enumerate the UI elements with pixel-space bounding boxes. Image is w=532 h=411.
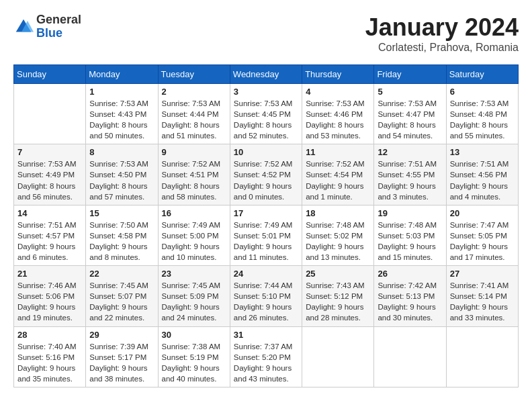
location: Corlatesti, Prahova, Romania [365,42,519,54]
day-number: 11 [306,147,370,157]
day-number: 16 [162,208,226,218]
day-number: 12 [378,147,442,157]
day-number: 26 [378,269,442,279]
logo-blue: Blue [36,27,81,40]
calendar-day: 10Sunrise: 7:52 AMSunset: 4:52 PMDayligh… [230,144,302,205]
calendar-day: 12Sunrise: 7:51 AMSunset: 4:55 PMDayligh… [374,144,446,205]
day-info: Sunrise: 7:53 AMSunset: 4:46 PMDaylight:… [306,98,370,141]
logo-general: General [36,13,81,27]
calendar-day: 4Sunrise: 7:53 AMSunset: 4:46 PMDaylight… [302,84,374,144]
day-number: 24 [234,269,298,279]
day-info: Sunrise: 7:53 AMSunset: 4:44 PMDaylight:… [162,98,226,141]
day-info: Sunrise: 7:52 AMSunset: 4:52 PMDaylight:… [234,158,298,201]
calendar-day: 25Sunrise: 7:43 AMSunset: 5:12 PMDayligh… [302,266,374,326]
calendar-day: 7Sunrise: 7:53 AMSunset: 4:49 PMDaylight… [14,144,86,205]
calendar-day: 5Sunrise: 7:53 AMSunset: 4:47 PMDaylight… [374,84,446,144]
day-header-saturday: Saturday [446,65,518,84]
day-number: 20 [450,208,515,218]
calendar-header-row: SundayMondayTuesdayWednesdayThursdayFrid… [14,65,519,84]
day-header-monday: Monday [86,65,158,84]
logo-icon [13,17,34,37]
calendar-day: 29Sunrise: 7:39 AMSunset: 5:17 PMDayligh… [86,326,158,387]
day-info: Sunrise: 7:48 AMSunset: 5:02 PMDaylight:… [306,220,370,263]
day-info: Sunrise: 7:39 AMSunset: 5:17 PMDaylight:… [89,341,154,384]
day-info: Sunrise: 7:53 AMSunset: 4:49 PMDaylight:… [17,158,82,201]
calendar-day: 1Sunrise: 7:53 AMSunset: 4:43 PMDaylight… [86,84,158,144]
day-number: 30 [162,330,226,340]
day-info: Sunrise: 7:53 AMSunset: 4:45 PMDaylight:… [234,98,298,141]
calendar-day: 8Sunrise: 7:53 AMSunset: 4:50 PMDaylight… [86,144,158,205]
calendar-day [302,326,374,387]
day-number: 6 [450,87,515,97]
calendar-day: 22Sunrise: 7:45 AMSunset: 5:07 PMDayligh… [86,266,158,326]
day-number: 7 [17,147,82,157]
calendar-day: 28Sunrise: 7:40 AMSunset: 5:16 PMDayligh… [14,326,86,387]
calendar-day: 23Sunrise: 7:45 AMSunset: 5:09 PMDayligh… [158,266,230,326]
calendar-day: 2Sunrise: 7:53 AMSunset: 4:44 PMDaylight… [158,84,230,144]
day-info: Sunrise: 7:44 AMSunset: 5:10 PMDaylight:… [234,280,298,323]
calendar-week-4: 21Sunrise: 7:46 AMSunset: 5:06 PMDayligh… [14,266,519,326]
calendar-day: 9Sunrise: 7:52 AMSunset: 4:51 PMDaylight… [158,144,230,205]
day-info: Sunrise: 7:51 AMSunset: 4:55 PMDaylight:… [378,158,442,201]
day-number: 15 [89,208,154,218]
calendar-day: 20Sunrise: 7:47 AMSunset: 5:05 PMDayligh… [446,205,518,265]
day-number: 14 [17,208,82,218]
calendar-day: 21Sunrise: 7:46 AMSunset: 5:06 PMDayligh… [14,266,86,326]
calendar-day: 18Sunrise: 7:48 AMSunset: 5:02 PMDayligh… [302,205,374,265]
day-number: 25 [306,269,370,279]
day-header-thursday: Thursday [302,65,374,84]
day-info: Sunrise: 7:53 AMSunset: 4:43 PMDaylight:… [89,98,154,141]
day-number: 9 [162,147,226,157]
calendar-day [14,84,86,144]
calendar-day: 3Sunrise: 7:53 AMSunset: 4:45 PMDaylight… [230,84,302,144]
day-number: 23 [162,269,226,279]
day-number: 17 [234,208,298,218]
calendar-table: SundayMondayTuesdayWednesdayThursdayFrid… [13,64,519,387]
day-header-tuesday: Tuesday [158,65,230,84]
day-number: 31 [234,330,298,340]
day-info: Sunrise: 7:41 AMSunset: 5:14 PMDaylight:… [450,280,515,323]
day-info: Sunrise: 7:53 AMSunset: 4:50 PMDaylight:… [89,158,154,201]
day-info: Sunrise: 7:52 AMSunset: 4:54 PMDaylight:… [306,158,370,201]
day-number: 18 [306,208,370,218]
logo-text: General Blue [36,13,81,40]
day-number: 22 [89,269,154,279]
day-info: Sunrise: 7:42 AMSunset: 5:13 PMDaylight:… [378,280,442,323]
day-number: 21 [17,269,82,279]
day-number: 1 [89,87,154,97]
day-info: Sunrise: 7:50 AMSunset: 4:58 PMDaylight:… [89,220,154,263]
day-number: 13 [450,147,515,157]
day-info: Sunrise: 7:46 AMSunset: 5:06 PMDaylight:… [17,280,82,323]
calendar-day: 6Sunrise: 7:53 AMSunset: 4:48 PMDaylight… [446,84,518,144]
day-info: Sunrise: 7:37 AMSunset: 5:20 PMDaylight:… [234,341,298,384]
calendar-day: 17Sunrise: 7:49 AMSunset: 5:01 PMDayligh… [230,205,302,265]
day-info: Sunrise: 7:40 AMSunset: 5:16 PMDaylight:… [17,341,82,384]
day-header-friday: Friday [374,65,446,84]
calendar-day [374,326,446,387]
day-info: Sunrise: 7:45 AMSunset: 5:09 PMDaylight:… [162,280,226,323]
calendar-day [446,326,518,387]
calendar-day: 11Sunrise: 7:52 AMSunset: 4:54 PMDayligh… [302,144,374,205]
day-info: Sunrise: 7:48 AMSunset: 5:03 PMDaylight:… [378,220,442,263]
calendar-day: 14Sunrise: 7:51 AMSunset: 4:57 PMDayligh… [14,205,86,265]
day-number: 28 [17,330,82,340]
day-info: Sunrise: 7:49 AMSunset: 5:01 PMDaylight:… [234,220,298,263]
day-header-sunday: Sunday [14,65,86,84]
day-number: 5 [378,87,442,97]
day-info: Sunrise: 7:51 AMSunset: 4:56 PMDaylight:… [450,158,515,201]
title-block: January 2024 Corlatesti, Prahova, Romani… [365,13,519,54]
logo: General Blue [13,13,81,40]
day-number: 3 [234,87,298,97]
calendar-day: 15Sunrise: 7:50 AMSunset: 4:58 PMDayligh… [86,205,158,265]
day-info: Sunrise: 7:47 AMSunset: 5:05 PMDaylight:… [450,220,515,263]
month-title: January 2024 [365,13,519,42]
calendar-day: 16Sunrise: 7:49 AMSunset: 5:00 PMDayligh… [158,205,230,265]
calendar-day: 26Sunrise: 7:42 AMSunset: 5:13 PMDayligh… [374,266,446,326]
calendar-day: 19Sunrise: 7:48 AMSunset: 5:03 PMDayligh… [374,205,446,265]
day-info: Sunrise: 7:45 AMSunset: 5:07 PMDaylight:… [89,280,154,323]
day-info: Sunrise: 7:53 AMSunset: 4:48 PMDaylight:… [450,98,515,141]
calendar-day: 24Sunrise: 7:44 AMSunset: 5:10 PMDayligh… [230,266,302,326]
day-header-wednesday: Wednesday [230,65,302,84]
calendar-week-1: 1Sunrise: 7:53 AMSunset: 4:43 PMDaylight… [14,84,519,144]
day-info: Sunrise: 7:53 AMSunset: 4:47 PMDaylight:… [378,98,442,141]
